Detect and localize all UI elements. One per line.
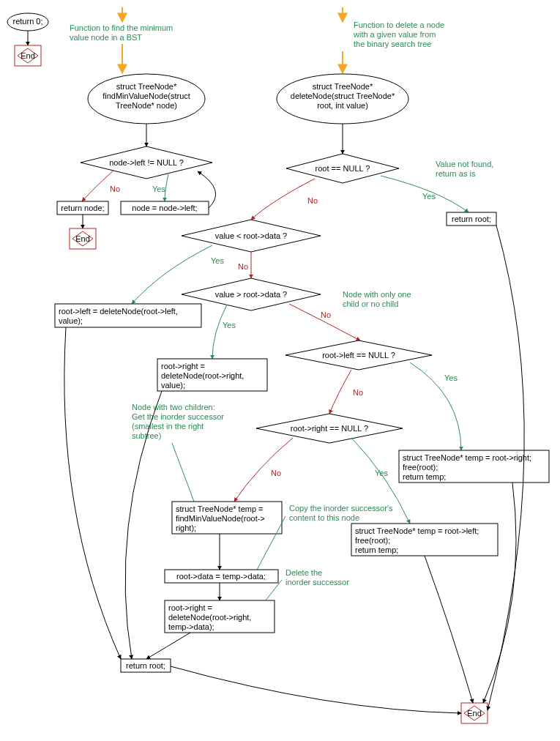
del-succ-l2: findMinValueNode(root-> xyxy=(176,514,265,523)
del-delsucc-c2: inorder successor xyxy=(285,578,349,587)
findmin-yes: Yes xyxy=(152,185,165,193)
del-rnull-no: No xyxy=(271,469,281,477)
del-copydata: root->data = temp->data; xyxy=(176,572,266,581)
del-right-l2: deleteNode(root->right, xyxy=(161,371,244,380)
findmin-assign: node = node->left; xyxy=(132,204,197,212)
del-sig-l1: struct TreeNode* xyxy=(313,82,373,91)
return-0-text: return 0; xyxy=(13,17,43,26)
del-lt-yes: Yes xyxy=(211,256,224,265)
del-sig-l3: root, int value) xyxy=(317,101,368,110)
del-delsucc-c1: Delete the xyxy=(285,568,322,577)
del-nf-c1: Value not found, xyxy=(436,160,493,168)
findmin-comment-l2: value node in a BST xyxy=(70,33,142,42)
del-delsucc-l2: deleteNode(root->right, xyxy=(168,613,251,622)
del-left-l1: root->left = deleteNode(root->left, xyxy=(59,307,178,316)
del-tl-l3: return temp; xyxy=(355,545,398,554)
del-null-yes: Yes xyxy=(422,192,436,201)
del-cond-rnull: root->right == NULL ? xyxy=(291,424,368,433)
del-nf-c2: return as is xyxy=(436,169,476,178)
del-right-l3: value); xyxy=(161,381,185,390)
findmin-comment-l1: Function to find the minimum xyxy=(70,23,173,32)
del-end: End xyxy=(467,709,482,718)
del-tl-l2: free(root); xyxy=(355,536,390,545)
del-copy-c2: content to this node xyxy=(289,513,359,522)
del-cond-lnull: root->left == NULL ? xyxy=(322,351,395,360)
del-sig-l2: deleteNode(struct TreeNode* xyxy=(291,92,395,100)
findmin-cond: node->left != NULL ? xyxy=(109,158,184,167)
svg-line-28 xyxy=(172,443,194,502)
del-delsucc-l1: root->right = xyxy=(168,603,212,612)
del-copy-c1: Copy the inorder successor's xyxy=(289,504,393,513)
del-left-l2: value); xyxy=(59,316,83,325)
findmin-flow: Function to find the minimum value node … xyxy=(57,7,216,249)
del-comment-l3: the binary search tree xyxy=(354,40,431,48)
findmin-sig-l3: TreeNode* node) xyxy=(116,101,177,110)
del-ret-root: return root; xyxy=(126,661,165,670)
del-onech-c2: child or no child xyxy=(343,299,398,308)
findmin-sig-l1: struct TreeNode* xyxy=(116,82,177,91)
del-lt-no: No xyxy=(238,262,248,271)
del-tr-l1: struct TreeNode* temp = root->right; xyxy=(403,453,531,462)
del-delsucc-l3: temp->data); xyxy=(168,622,214,631)
del-succ-l3: right); xyxy=(176,524,196,532)
del-cond-lt: value < root->data ? xyxy=(215,231,287,240)
del-comment-l1: Function to delete a node xyxy=(354,21,444,29)
del-comment-l2: with a given value from xyxy=(353,30,436,39)
del-cond-null: root == NULL ? xyxy=(316,164,370,173)
delete-end-node: End xyxy=(461,703,488,723)
return-0-block: return 0; End xyxy=(7,13,48,66)
del-tr-l2: free(root); xyxy=(403,463,438,472)
findmin-ret: return node; xyxy=(61,204,104,212)
del-tr-l3: return temp; xyxy=(403,472,446,481)
del-twoc-c1: Node with two children: xyxy=(132,403,215,412)
findmin-sig-l2: findMinValueNode(struct xyxy=(102,92,190,100)
findmin-end: End xyxy=(75,234,90,243)
del-tl-l1: struct TreeNode* temp = root->left; xyxy=(355,526,479,535)
del-right-l1: root->right = xyxy=(161,362,205,370)
del-gt-no: No xyxy=(321,310,331,319)
del-cond-gt: value > root->data ? xyxy=(215,290,287,299)
del-succ-l1: struct TreeNode* temp = xyxy=(176,504,264,513)
flowchart-canvas: return 0; End Function to find the minim… xyxy=(0,0,560,741)
del-twoc-c3: (smallest in the right xyxy=(132,422,204,431)
del-onech-c1: Node with only one xyxy=(343,290,411,299)
del-twoc-c2: Get the inorder successor xyxy=(132,412,224,421)
del-lnull-no: No xyxy=(353,388,363,397)
del-rnull-yes: Yes xyxy=(375,469,388,477)
end-1-text: End xyxy=(20,51,35,60)
del-lnull-yes: Yes xyxy=(444,373,458,382)
del-gt-yes: Yes xyxy=(223,321,236,329)
findmin-no: No xyxy=(110,185,120,193)
del-null-no: No xyxy=(307,196,318,205)
del-ret-nf: return root; xyxy=(452,215,491,223)
